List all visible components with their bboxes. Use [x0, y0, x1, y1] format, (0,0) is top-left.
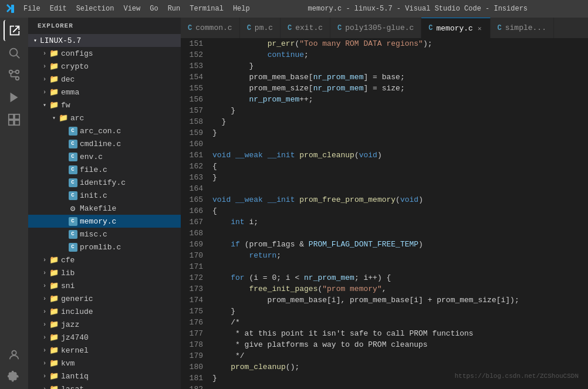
line-number: 152	[188, 49, 203, 60]
line-number: 172	[188, 272, 203, 283]
activity-run-debug[interactable]	[4, 87, 25, 108]
tree-item-makefile[interactable]: › ⚙ Makefile	[28, 202, 181, 215]
tree-item-kvm[interactable]: › 📁 kvm	[28, 357, 181, 370]
menu-edit[interactable]: Edit	[46, 4, 70, 14]
tree-item-lantiq[interactable]: › 📁 lantiq	[28, 370, 181, 383]
tree-item-jazz[interactable]: › 📁 jazz	[28, 318, 181, 331]
line-number: 178	[188, 339, 203, 350]
code-line: }	[212, 127, 588, 138]
tree-item-emma[interactable]: › 📁 emma	[28, 86, 181, 99]
menu-run[interactable]: Run	[164, 4, 184, 14]
line-number: 171	[188, 261, 203, 272]
tree-item-promlibc[interactable]: › C promlib.c	[28, 241, 181, 253]
tree-item-arc[interactable]: ▾ 📁 arc	[28, 111, 181, 124]
menu-file[interactable]: File	[20, 4, 44, 14]
window-title: memory.c - linux-5.7 - Visual Studio Cod…	[254, 5, 582, 13]
folder-icon: 📁	[49, 87, 59, 97]
svg-point-14	[12, 351, 16, 355]
c-icon: C	[68, 229, 77, 239]
code-line: }	[212, 306, 588, 317]
line-number: 181	[188, 373, 203, 384]
tree-item-jz4740[interactable]: › 📁 jz4740	[28, 331, 181, 344]
tab-c-icon: C	[498, 24, 502, 32]
tab-exitc[interactable]: C exit.c	[281, 18, 330, 38]
root-label: LINUX-5.7	[40, 36, 81, 45]
tab-simple[interactable]: C simple...	[491, 18, 554, 38]
activity-search[interactable]	[4, 42, 25, 63]
tree-label: memory.c	[80, 217, 116, 226]
folder-icon: 📁	[49, 49, 59, 58]
tab-close[interactable]: ✕	[477, 24, 483, 33]
tree-item-crypto[interactable]: › 📁 crypto	[28, 60, 181, 73]
folder-icon: 📁	[49, 268, 59, 278]
tree-item-filec[interactable]: › C file.c	[28, 163, 181, 176]
tree-arrow: ›	[40, 320, 49, 329]
tab-commonc[interactable]: C common.c	[181, 18, 240, 38]
svg-rect-11	[15, 114, 19, 119]
tree-label: misc.c	[80, 230, 107, 239]
tree-label: lib	[61, 269, 75, 278]
code-area[interactable]: pr_err("Too many ROM DATA regions"); con…	[208, 38, 588, 389]
menu-view[interactable]: View	[120, 4, 144, 14]
menu-go[interactable]: Go	[146, 4, 161, 14]
tree-label: kernel	[61, 346, 89, 355]
line-number: 154	[188, 72, 203, 83]
tree-label: Makefile	[80, 204, 116, 213]
activity-settings[interactable]	[4, 367, 25, 388]
sidebar-content[interactable]: ▾LINUX-5.7› 📁 configs› 📁 crypto› 📁 dec› …	[28, 34, 181, 389]
tree-item-miscc[interactable]: › C misc.c	[28, 228, 181, 241]
line-number: 167	[188, 217, 203, 228]
menu-terminal[interactable]: Terminal	[186, 4, 227, 14]
tree-item-dec[interactable]: › 📁 dec	[28, 73, 181, 86]
activity-source-control[interactable]	[4, 65, 25, 86]
menu-selection[interactable]: Selection	[73, 4, 118, 14]
menu-bar: File Edit Selection View Go Run Terminal…	[20, 4, 254, 14]
folder-icon: 📁	[49, 384, 59, 389]
folder-icon: 📁	[49, 358, 59, 368]
tree-item-generic[interactable]: › 📁 generic	[28, 292, 181, 305]
activity-explorer[interactable]	[4, 20, 25, 41]
tab-memoryc[interactable]: C memory.c✕	[421, 18, 490, 38]
svg-rect-12	[9, 120, 13, 125]
line-number: 166	[188, 205, 203, 217]
svg-rect-0	[11, 5, 14, 13]
menu-help[interactable]: Help	[229, 4, 254, 14]
line-number: 159	[188, 127, 203, 138]
tree-item-envc[interactable]: › C env.c	[28, 150, 181, 163]
line-number: 156	[188, 94, 203, 105]
tree-item-kernel[interactable]: › 📁 kernel	[28, 344, 181, 357]
folder-icon: 📁	[49, 100, 59, 110]
tree-item-sni[interactable]: › 📁 sni	[28, 279, 181, 292]
tree-item-cmdlinec[interactable]: › C cmdline.c	[28, 137, 181, 150]
sidebar-root[interactable]: ▾LINUX-5.7	[28, 34, 181, 47]
code-line	[212, 228, 588, 239]
tree-item-lasat[interactable]: › 📁 lasat	[28, 383, 181, 389]
tree-arrow: ›	[40, 87, 49, 97]
folder-icon: 📁	[49, 333, 59, 342]
tree-item-initc[interactable]: › C init.c	[28, 189, 181, 202]
line-number: 164	[188, 183, 203, 194]
folder-icon: 📁	[59, 113, 68, 123]
activity-extensions[interactable]	[4, 109, 25, 130]
tree-item-identifyc[interactable]: › C identify.c	[28, 176, 181, 189]
tree-arrow: ›	[40, 62, 49, 71]
tree-label: jazz	[61, 320, 79, 329]
tab-poly1305gluec[interactable]: C poly1305-glue.c	[330, 18, 421, 38]
tree-label: emma	[61, 88, 79, 97]
tree-arrow: ›	[40, 307, 49, 316]
code-line: prom_cleanup();	[212, 361, 588, 373]
line-number: 174	[188, 295, 203, 306]
activity-account[interactable]	[4, 344, 25, 366]
code-line: return;	[212, 250, 588, 261]
tree-arrow: ›	[40, 75, 49, 84]
tab-pmc[interactable]: C pm.c	[240, 18, 281, 38]
tree-arrow: ›	[40, 384, 49, 389]
tab-c-icon: C	[247, 24, 251, 32]
tree-item-fw[interactable]: ▾ 📁 fw	[28, 99, 181, 111]
tree-item-include[interactable]: › 📁 include	[28, 305, 181, 318]
tree-item-memoryc[interactable]: › C memory.c	[28, 215, 181, 228]
tree-item-configs[interactable]: › 📁 configs	[28, 47, 181, 60]
tree-item-lib[interactable]: › 📁 lib	[28, 266, 181, 279]
tree-item-cfe[interactable]: › 📁 cfe	[28, 253, 181, 266]
tree-item-arcconc[interactable]: › C arc_con.c	[28, 124, 181, 137]
